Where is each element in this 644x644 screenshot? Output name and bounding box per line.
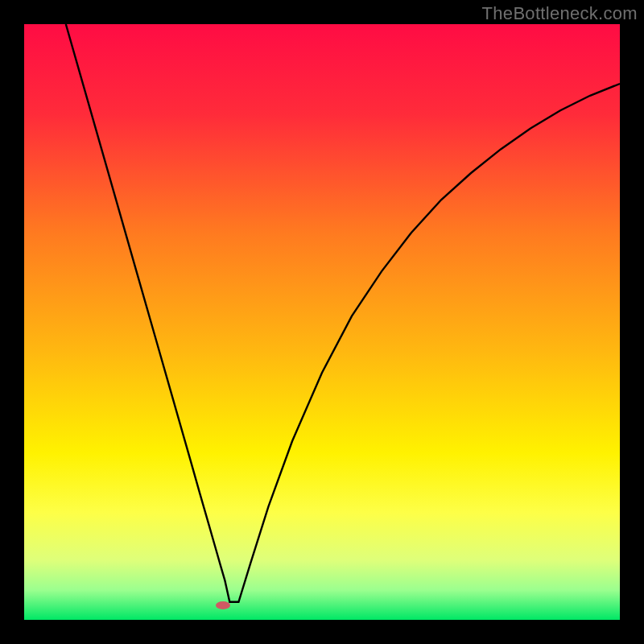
plot-area <box>24 24 620 620</box>
optimum-marker <box>216 601 230 609</box>
chart-frame: TheBottleneck.com <box>0 0 644 644</box>
attribution-text: TheBottleneck.com <box>482 3 638 24</box>
bottleneck-curve <box>24 24 620 620</box>
